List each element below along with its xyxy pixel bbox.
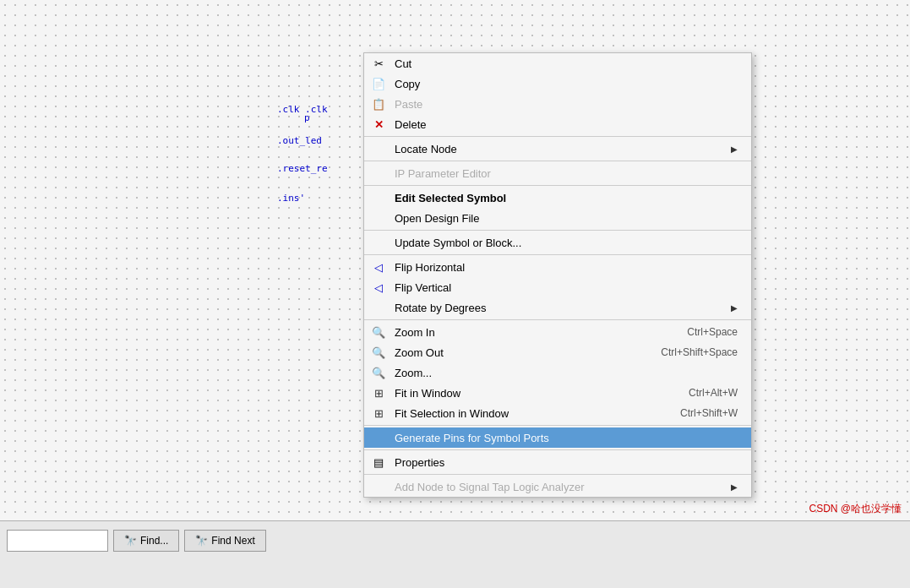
menu-text-update-symbol: Update Symbol or Block... — [395, 237, 738, 249]
menu-text-fit-window: Fit in Window — [395, 387, 655, 400]
find-next-label: Find Next — [211, 535, 254, 547]
menu-item-zoom-out[interactable]: 🔍Zoom OutCtrl+Shift+Space — [364, 342, 751, 362]
menu-shortcut-zoom-in: Ctrl+Space — [687, 326, 738, 338]
port-clk: .clk .clk — [277, 104, 328, 115]
menu-item-fit-selection[interactable]: ⊞Fit Selection in WindowCtrl+Shift+W — [364, 403, 751, 423]
menu-text-gen-pins: Generate Pins for Symbol Ports — [395, 432, 738, 444]
menu-item-flip-h[interactable]: ◁Flip Horizontal — [364, 257, 751, 277]
menu-text-flip-h: Flip Horizontal — [395, 261, 738, 274]
watermark: CSDN @哈也没学懂 — [809, 502, 902, 516]
menu-arrow-rotate: ▶ — [731, 303, 738, 313]
menu-text-zoom-in: Zoom In — [395, 326, 653, 339]
menu-text-copy: Copy — [395, 78, 738, 90]
menu-icon-zoom-in: 🔍 — [371, 324, 386, 340]
menu-icon-flip-v: ◁ — [371, 280, 386, 295]
menu-icon-flip-h: ◁ — [371, 259, 386, 275]
menu-item-edit-symbol[interactable]: Edit Selected Symbol — [364, 188, 751, 208]
port-out-led: .out_led — [277, 135, 322, 146]
menu-item-gen-pins[interactable]: Generate Pins for Symbol Ports — [364, 427, 751, 448]
menu-item-zoom-in[interactable]: 🔍Zoom InCtrl+Space — [364, 322, 751, 342]
menu-text-ip-param: IP Parameter Editor — [395, 167, 738, 180]
menu-icon-fit-window: ⊞ — [371, 385, 386, 400]
port-reset: .reset_re — [277, 163, 328, 174]
menu-text-cut: Cut — [395, 57, 738, 70]
menu-text-paste: Paste — [395, 98, 738, 111]
menu-item-open-design[interactable]: Open Design File — [364, 208, 751, 228]
menu-item-cut[interactable]: ✂Cut — [364, 53, 751, 74]
menu-item-properties[interactable]: ▤Properties — [364, 452, 751, 472]
menu-icon-cut: ✂ — [371, 56, 386, 71]
separator-sep5 — [364, 254, 751, 255]
separator-sep4 — [364, 230, 751, 231]
menu-item-ip-param: IP Parameter Editor — [364, 163, 751, 183]
find-next-binoculars-icon: 🔭 — [195, 535, 208, 547]
menu-icon-zoom: 🔍 — [371, 365, 386, 380]
separator-sep3 — [364, 185, 751, 186]
menu-text-flip-v: Flip Vertical — [395, 281, 738, 294]
search-input[interactable] — [7, 530, 108, 552]
menu-text-fit-selection: Fit Selection in Window — [395, 407, 646, 420]
menu-icon-fit-selection: ⊞ — [371, 406, 386, 421]
bottom-toolbar: 🔭 Find... 🔭 Find Next — [0, 520, 910, 588]
menu-item-fit-window[interactable]: ⊞Fit in WindowCtrl+Alt+W — [364, 383, 751, 403]
context-menu: ✂Cut📄Copy📋Paste✕DeleteLocate Node▶IP Par… — [363, 52, 752, 498]
menu-item-add-node: Add Node to Signal Tap Logic Analyzer▶ — [364, 476, 751, 497]
separator-sep7 — [364, 425, 751, 426]
menu-text-rotate: Rotate by Degrees — [395, 302, 731, 314]
menu-icon-properties: ▤ — [371, 455, 386, 470]
menu-item-update-symbol[interactable]: Update Symbol or Block... — [364, 232, 751, 253]
find-binoculars-icon: 🔭 — [124, 535, 137, 547]
separator-sep8 — [364, 449, 751, 450]
menu-shortcut-zoom-out: Ctrl+Shift+Space — [661, 346, 738, 358]
menu-text-open-design: Open Design File — [395, 212, 738, 225]
menu-icon-zoom-out: 🔍 — [371, 345, 386, 360]
menu-shortcut-fit-selection: Ctrl+Shift+W — [680, 407, 738, 419]
menu-text-add-node: Add Node to Signal Tap Logic Analyzer — [395, 481, 731, 493]
menu-arrow-locate-node: ▶ — [731, 144, 738, 154]
menu-item-flip-v[interactable]: ◁Flip Vertical — [364, 277, 751, 297]
menu-arrow-add-node: ▶ — [731, 482, 738, 492]
menu-item-paste: 📋Paste — [364, 94, 751, 114]
menu-item-zoom[interactable]: 🔍Zoom... — [364, 362, 751, 383]
menu-icon-paste: 📋 — [371, 96, 386, 112]
find-button[interactable]: 🔭 Find... — [113, 530, 179, 552]
menu-item-rotate[interactable]: Rotate by Degrees▶ — [364, 297, 751, 318]
menu-text-properties: Properties — [395, 456, 738, 469]
menu-text-zoom: Zoom... — [395, 367, 738, 379]
menu-item-delete[interactable]: ✕Delete — [364, 114, 751, 134]
find-label: Find... — [140, 535, 168, 547]
menu-text-delete: Delete — [395, 118, 738, 131]
port-ins: .ins' — [277, 193, 305, 204]
separator-sep1 — [364, 136, 751, 137]
separator-sep9 — [364, 474, 751, 475]
menu-text-locate-node: Locate Node — [395, 143, 731, 155]
menu-shortcut-fit-window: Ctrl+Alt+W — [689, 387, 738, 399]
menu-text-edit-symbol: Edit Selected Symbol — [395, 192, 738, 204]
menu-item-locate-node[interactable]: Locate Node▶ — [364, 139, 751, 159]
menu-text-zoom-out: Zoom Out — [395, 346, 627, 359]
menu-icon-delete: ✕ — [371, 117, 386, 132]
menu-icon-copy: 📄 — [371, 76, 386, 91]
separator-sep2 — [364, 161, 751, 161]
separator-sep6 — [364, 319, 751, 320]
find-next-button[interactable]: 🔭 Find Next — [184, 530, 265, 552]
port-p: p — [304, 112, 310, 123]
menu-item-copy[interactable]: 📄Copy — [364, 74, 751, 94]
